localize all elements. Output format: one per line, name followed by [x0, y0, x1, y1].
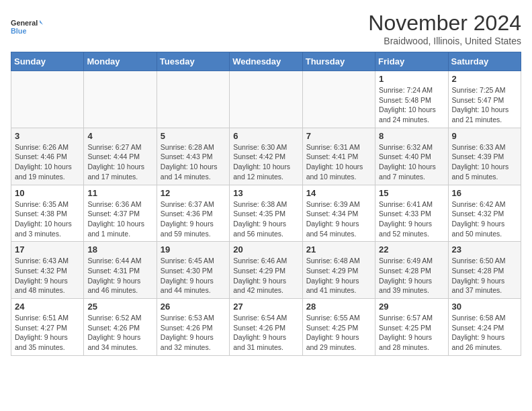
calendar-cell: 3Sunrise: 6:26 AM Sunset: 4:46 PM Daylig…	[11, 128, 84, 185]
calendar-cell: 29Sunrise: 6:57 AM Sunset: 4:25 PM Dayli…	[375, 299, 448, 356]
calendar-week-2: 3Sunrise: 6:26 AM Sunset: 4:46 PM Daylig…	[11, 128, 521, 185]
day-number: 25	[87, 302, 152, 312]
day-number: 4	[87, 131, 152, 141]
calendar-cell: 16Sunrise: 6:42 AM Sunset: 4:32 PM Dayli…	[448, 185, 521, 242]
calendar-cell: 15Sunrise: 6:41 AM Sunset: 4:33 PM Dayli…	[375, 185, 448, 242]
day-info: Sunrise: 6:55 AM Sunset: 4:25 PM Dayligh…	[306, 313, 371, 353]
day-number: 20	[233, 244, 298, 255]
calendar-cell: 9Sunrise: 6:33 AM Sunset: 4:39 PM Daylig…	[448, 128, 521, 185]
calendar-cell: 8Sunrise: 6:32 AM Sunset: 4:40 PM Daylig…	[375, 128, 448, 185]
calendar-cell: 12Sunrise: 6:37 AM Sunset: 4:36 PM Dayli…	[157, 185, 229, 242]
day-number: 8	[379, 131, 444, 141]
weekday-header-saturday: Saturday	[448, 52, 521, 71]
day-info: Sunrise: 6:52 AM Sunset: 4:26 PM Dayligh…	[87, 313, 152, 353]
svg-text:General: General	[11, 19, 38, 27]
day-info: Sunrise: 6:44 AM Sunset: 4:31 PM Dayligh…	[87, 256, 152, 295]
day-number: 18	[87, 244, 152, 255]
calendar-cell: 5Sunrise: 6:28 AM Sunset: 4:43 PM Daylig…	[157, 128, 229, 185]
day-info: Sunrise: 6:26 AM Sunset: 4:46 PM Dayligh…	[15, 142, 80, 182]
day-number: 29	[379, 302, 444, 312]
month-title: November 2024	[368, 11, 521, 36]
day-number: 14	[306, 188, 371, 198]
day-info: Sunrise: 6:53 AM Sunset: 4:26 PM Dayligh…	[161, 313, 226, 353]
day-number: 17	[15, 244, 80, 255]
svg-text:Blue: Blue	[11, 27, 26, 35]
day-info: Sunrise: 6:45 AM Sunset: 4:30 PM Dayligh…	[161, 256, 226, 295]
logo-svg: General Blue	[11, 11, 43, 43]
day-info: Sunrise: 6:49 AM Sunset: 4:28 PM Dayligh…	[379, 256, 444, 295]
day-number: 12	[161, 188, 226, 198]
day-info: Sunrise: 6:36 AM Sunset: 4:37 PM Dayligh…	[87, 199, 152, 239]
day-number: 28	[306, 302, 371, 312]
calendar-table: SundayMondayTuesdayWednesdayThursdayFrid…	[11, 52, 521, 356]
day-number: 1	[379, 74, 444, 84]
calendar-week-3: 10Sunrise: 6:35 AM Sunset: 4:38 PM Dayli…	[11, 185, 521, 242]
calendar-cell: 20Sunrise: 6:46 AM Sunset: 4:29 PM Dayli…	[230, 242, 302, 299]
weekday-header-thursday: Thursday	[302, 52, 375, 71]
day-info: Sunrise: 6:37 AM Sunset: 4:36 PM Dayligh…	[161, 199, 226, 239]
day-info: Sunrise: 7:25 AM Sunset: 5:47 PM Dayligh…	[452, 85, 517, 125]
calendar-cell: 2Sunrise: 7:25 AM Sunset: 5:47 PM Daylig…	[448, 71, 521, 128]
calendar-cell: 25Sunrise: 6:52 AM Sunset: 4:26 PM Dayli…	[84, 299, 157, 356]
day-number: 21	[306, 244, 371, 255]
day-info: Sunrise: 6:54 AM Sunset: 4:26 PM Dayligh…	[233, 313, 298, 353]
day-info: Sunrise: 6:27 AM Sunset: 4:44 PM Dayligh…	[87, 142, 152, 182]
day-number: 30	[452, 302, 517, 312]
calendar-cell: 6Sunrise: 6:30 AM Sunset: 4:42 PM Daylig…	[230, 128, 302, 185]
weekday-header-tuesday: Tuesday	[157, 52, 229, 71]
day-info: Sunrise: 6:39 AM Sunset: 4:34 PM Dayligh…	[306, 199, 371, 239]
day-info: Sunrise: 6:51 AM Sunset: 4:27 PM Dayligh…	[15, 313, 80, 353]
day-number: 6	[233, 131, 298, 141]
day-number: 16	[452, 188, 517, 198]
day-info: Sunrise: 6:38 AM Sunset: 4:35 PM Dayligh…	[233, 199, 298, 239]
svg-marker-2	[40, 20, 43, 25]
weekday-header-friday: Friday	[375, 52, 448, 71]
day-number: 9	[452, 131, 517, 141]
calendar-cell: 1Sunrise: 7:24 AM Sunset: 5:48 PM Daylig…	[375, 71, 448, 128]
calendar-cell: 26Sunrise: 6:53 AM Sunset: 4:26 PM Dayli…	[157, 299, 229, 356]
day-number: 11	[87, 188, 152, 198]
day-number: 27	[233, 302, 298, 312]
calendar-cell: 4Sunrise: 6:27 AM Sunset: 4:44 PM Daylig…	[84, 128, 157, 185]
day-info: Sunrise: 6:46 AM Sunset: 4:29 PM Dayligh…	[233, 256, 298, 295]
day-number: 2	[452, 74, 517, 84]
day-number: 19	[161, 244, 226, 255]
day-number: 5	[161, 131, 226, 141]
day-info: Sunrise: 6:30 AM Sunset: 4:42 PM Dayligh…	[233, 142, 298, 182]
calendar-cell	[11, 71, 84, 128]
day-number: 22	[379, 244, 444, 255]
calendar-cell: 11Sunrise: 6:36 AM Sunset: 4:37 PM Dayli…	[84, 185, 157, 242]
day-info: Sunrise: 6:50 AM Sunset: 4:28 PM Dayligh…	[452, 256, 517, 295]
day-info: Sunrise: 6:48 AM Sunset: 4:29 PM Dayligh…	[306, 256, 371, 295]
weekday-header-sunday: Sunday	[11, 52, 84, 71]
calendar-cell	[230, 71, 302, 128]
calendar-cell: 7Sunrise: 6:31 AM Sunset: 4:41 PM Daylig…	[302, 128, 375, 185]
day-number: 24	[15, 302, 80, 312]
day-number: 13	[233, 188, 298, 198]
logo: General Blue	[11, 11, 43, 43]
day-info: Sunrise: 6:32 AM Sunset: 4:40 PM Dayligh…	[379, 142, 444, 182]
day-info: Sunrise: 6:33 AM Sunset: 4:39 PM Dayligh…	[452, 142, 517, 182]
weekday-header-wednesday: Wednesday	[230, 52, 302, 71]
calendar-cell: 18Sunrise: 6:44 AM Sunset: 4:31 PM Dayli…	[84, 242, 157, 299]
day-number: 3	[15, 131, 80, 141]
day-number: 26	[161, 302, 226, 312]
calendar-cell: 23Sunrise: 6:50 AM Sunset: 4:28 PM Dayli…	[448, 242, 521, 299]
day-info: Sunrise: 6:57 AM Sunset: 4:25 PM Dayligh…	[379, 313, 444, 353]
weekday-header-row: SundayMondayTuesdayWednesdayThursdayFrid…	[11, 52, 521, 71]
day-info: Sunrise: 6:31 AM Sunset: 4:41 PM Dayligh…	[306, 142, 371, 182]
day-info: Sunrise: 6:35 AM Sunset: 4:38 PM Dayligh…	[15, 199, 80, 239]
day-number: 23	[452, 244, 517, 255]
weekday-header-monday: Monday	[84, 52, 157, 71]
calendar-cell: 27Sunrise: 6:54 AM Sunset: 4:26 PM Dayli…	[230, 299, 302, 356]
calendar-cell	[157, 71, 229, 128]
day-info: Sunrise: 6:42 AM Sunset: 4:32 PM Dayligh…	[452, 199, 517, 239]
calendar-cell	[302, 71, 375, 128]
calendar-cell: 24Sunrise: 6:51 AM Sunset: 4:27 PM Dayli…	[11, 299, 84, 356]
day-number: 7	[306, 131, 371, 141]
calendar-cell: 17Sunrise: 6:43 AM Sunset: 4:32 PM Dayli…	[11, 242, 84, 299]
day-number: 15	[379, 188, 444, 198]
calendar-week-5: 24Sunrise: 6:51 AM Sunset: 4:27 PM Dayli…	[11, 299, 521, 356]
day-info: Sunrise: 6:58 AM Sunset: 4:24 PM Dayligh…	[452, 313, 517, 353]
calendar-week-4: 17Sunrise: 6:43 AM Sunset: 4:32 PM Dayli…	[11, 242, 521, 299]
